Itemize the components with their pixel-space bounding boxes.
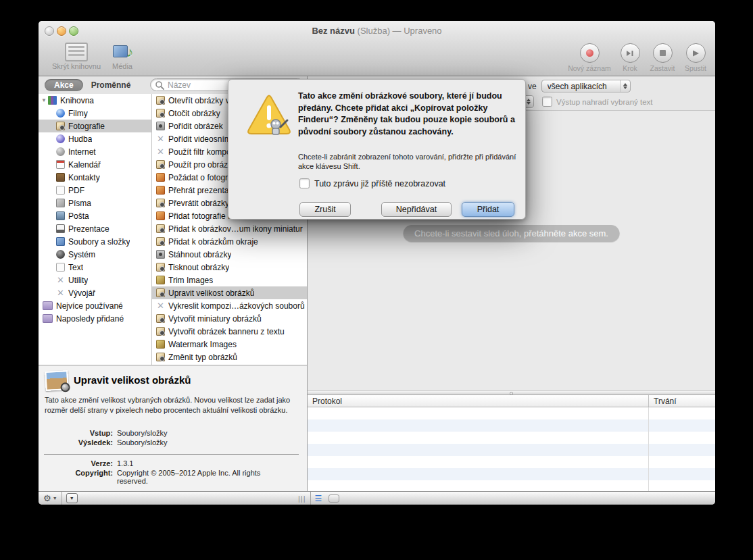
sidebar-item-knihovna[interactable]: ▼Knihovna	[39, 94, 151, 107]
warning-icon	[245, 95, 293, 138]
sidebar-item-utility[interactable]: ✕Utility	[39, 274, 151, 286]
photo-icon	[156, 109, 165, 118]
run-button[interactable]: Spustit	[681, 43, 710, 72]
textdoc-icon	[56, 263, 65, 272]
action-item[interactable]: Vytvořit obrázek banneru z textu	[152, 325, 307, 338]
hide-library-button[interactable]: Skrýt knihovnu	[51, 43, 102, 70]
sidebar-item-label: Soubory a složky	[68, 237, 130, 247]
action-item[interactable]: Přidat k obrázkov…um ikony miniatur	[152, 222, 307, 235]
media-button[interactable]: ♪ Média	[105, 43, 140, 70]
sidebar-item-nejv-ce-pou-van-[interactable]: Nejvíce používané	[39, 299, 151, 312]
sidebar-item-po-ta[interactable]: Pošta	[39, 209, 151, 222]
drop-hint-pill: Chcete-li sestavit sled úloh, přetáhněte…	[403, 225, 620, 242]
cancel-button[interactable]: Zrušit	[299, 202, 351, 217]
calendar-icon	[56, 160, 65, 169]
action-item[interactable]: ✕Vykreslit kompozi…ázkových souborů	[152, 299, 307, 312]
x-icon: ✕	[156, 134, 165, 143]
sidebar-item-label: Knihovna	[60, 96, 94, 105]
action-item[interactable]: Přidat k obrázkům okraje	[152, 235, 307, 248]
sidebar-item-internet[interactable]: Internet	[39, 145, 151, 158]
automator-window: Bez názvu (Služba) — Upraveno Skrýt knih…	[39, 21, 715, 505]
search-icon	[155, 80, 166, 90]
orange-icon	[156, 211, 165, 220]
action-item-label: Přidat k obrázkov…um ikony miniatur	[168, 224, 303, 234]
document-status: (Služba) — Upraveno	[355, 26, 442, 36]
step-button[interactable]: Krok	[618, 43, 642, 72]
action-photo-icon	[45, 370, 68, 391]
collapse-panel-button[interactable]: ▼	[66, 493, 78, 503]
action-item[interactable]: Trim Images	[152, 274, 307, 286]
description-divider	[44, 454, 299, 455]
output-replace-checkbox[interactable]	[542, 97, 552, 107]
action-item[interactable]: Watermark Images	[152, 338, 307, 351]
sidebar-item-hudba[interactable]: Hudba	[39, 132, 151, 145]
photo-icon	[156, 199, 165, 207]
fonts-icon	[56, 199, 65, 207]
log-row	[308, 419, 715, 432]
log-view-stack-icon[interactable]	[329, 494, 339, 503]
stop-icon	[660, 50, 666, 56]
suppress-warning-row: Tuto zprávu již příště nezobrazovat	[299, 178, 445, 188]
log-row	[308, 480, 715, 492]
sidebar-item-prezentace[interactable]: Prezentace	[39, 222, 151, 235]
add-button[interactable]: Přidat	[462, 202, 514, 217]
photo-icon	[156, 327, 165, 336]
action-item-label: Změnit typ obrázků	[168, 353, 237, 362]
log-table	[308, 407, 715, 492]
service-app-value: všech aplikacích	[548, 82, 620, 91]
suppress-warning-checkbox[interactable]	[299, 178, 310, 188]
sidebar-item-label: Kontakty	[68, 173, 100, 182]
gear-icon: ⚙	[43, 492, 51, 505]
stop-button[interactable]: Zastavit	[646, 43, 679, 72]
action-item[interactable]: Tisknout obrázky	[152, 261, 307, 274]
sidebar-item-filmy[interactable]: Filmy	[39, 107, 151, 120]
field-label: Copyright:	[39, 469, 113, 485]
log-view-list-icon[interactable]: ☰	[315, 494, 322, 503]
sidebar-item-naposledy-p-idan-[interactable]: Naposledy přidané	[39, 312, 151, 325]
alert-dialog: Tato akce změní obrázkové soubory, které…	[228, 79, 526, 220]
disclosure-triangle-icon[interactable]: ▼	[41, 97, 48, 103]
sidebar-item-fotografie[interactable]: Fotografie	[39, 120, 151, 132]
x-icon: ✕	[56, 276, 65, 284]
record-button[interactable]: Nový záznam	[566, 43, 612, 72]
field-label: Verze:	[39, 459, 113, 467]
sidebar-item-label: Internet	[68, 147, 96, 157]
action-item[interactable]: Stáhnout obrázky	[152, 248, 307, 261]
library-icon	[65, 43, 88, 61]
action-item[interactable]: Vytvořit miniatury obrázků	[152, 312, 307, 325]
tab-variables[interactable]: Proměnné	[91, 80, 131, 90]
system-icon	[56, 250, 65, 259]
log-column-divider[interactable]	[648, 395, 649, 407]
sidebar-item-label: Vývojář	[68, 288, 95, 298]
action-item[interactable]: Změnit typ obrázků	[152, 351, 307, 363]
log-splitter[interactable]	[308, 390, 715, 395]
field-label: Vstup:	[39, 429, 113, 437]
divider	[62, 492, 62, 505]
sidebar-item-kalend-[interactable]: Kalendář	[39, 158, 151, 171]
sidebar-item-soubory-a-slo-ky[interactable]: Soubory a složky	[39, 235, 151, 248]
action-item[interactable]: Upravit velikost obrázků	[152, 286, 307, 299]
sidebar-item-syst-m[interactable]: Systém	[39, 248, 151, 261]
log-column-protocol[interactable]: Protokol	[312, 397, 342, 406]
sidebar-item-label: Písma	[68, 199, 91, 208]
photo-icon	[156, 288, 165, 297]
service-app-select[interactable]: všech aplikacích	[541, 80, 631, 93]
presentation-icon	[56, 224, 65, 233]
action-menu-button[interactable]: ⚙▼ ▼	[43, 492, 78, 505]
drag-handle-icon[interactable]: |||	[298, 494, 306, 503]
action-item-label: Trim Images	[168, 276, 213, 285]
smartfolder-icon	[43, 314, 53, 323]
hide-library-label: Skrýt knihovnu	[51, 62, 102, 70]
dont-add-button[interactable]: Nepřidávat	[381, 202, 452, 217]
photo-icon	[156, 224, 165, 233]
tab-actions[interactable]: Akce	[45, 79, 83, 91]
sidebar-item-pdf[interactable]: PDF	[39, 184, 151, 197]
sidebar-item-label: Nejvíce používané	[56, 301, 123, 311]
sidebar-item-kontakty[interactable]: Kontakty	[39, 171, 151, 184]
log-row	[308, 407, 715, 419]
sidebar-item-p-sma[interactable]: Písma	[39, 197, 151, 209]
sidebar-item-v-voj-[interactable]: ✕Vývojář	[39, 286, 151, 299]
log-column-duration[interactable]: Trvání	[654, 397, 677, 406]
sidebar-item-text[interactable]: Text	[39, 261, 151, 274]
sidebar-item-label: Fotografie	[68, 122, 105, 131]
